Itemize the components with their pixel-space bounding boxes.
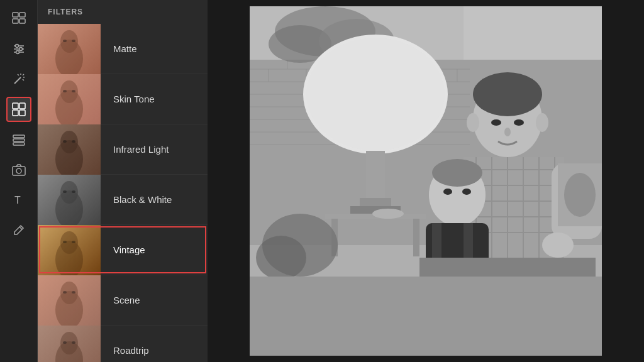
svg-rect-17: [13, 103, 18, 109]
filter-thumb-scene: [38, 275, 101, 326]
svg-point-41: [55, 190, 83, 225]
magic-icon[interactable]: [6, 67, 31, 92]
filter-item-matte[interactable]: Matte: [38, 24, 208, 74]
svg-point-35: [72, 90, 75, 92]
svg-rect-24: [13, 167, 25, 175]
filter-thumb-matte: [38, 24, 101, 74]
filter-thumb-skintone: [38, 74, 101, 124]
svg-line-13: [23, 74, 24, 75]
svg-point-29: [55, 40, 83, 74]
svg-point-39: [72, 140, 75, 143]
filter-item-vintage[interactable]: Vintage: [38, 225, 208, 275]
svg-rect-19: [13, 110, 18, 116]
main-content: [208, 0, 644, 362]
svg-point-34: [63, 90, 67, 92]
filter-item-scene[interactable]: Scene: [38, 275, 208, 326]
filter-label-vintage: Vintage: [101, 244, 145, 255]
svg-rect-20: [19, 110, 25, 116]
svg-point-8: [19, 48, 22, 51]
filter-label-roadtrip: Roadtrip: [101, 345, 149, 356]
camera-icon[interactable]: [6, 157, 31, 182]
filter-label-bw: Black & White: [101, 194, 172, 205]
svg-point-7: [15, 45, 18, 48]
svg-point-37: [55, 140, 83, 175]
svg-rect-1: [19, 13, 25, 17]
filter-item-bw[interactable]: Black & White: [38, 175, 208, 225]
filters-header: FILTERS: [38, 0, 208, 24]
filter-label-infrared: Infrared Light: [101, 144, 169, 155]
svg-point-38: [63, 140, 67, 143]
svg-line-15: [23, 79, 24, 80]
svg-point-51: [72, 291, 75, 293]
svg-point-55: [72, 341, 75, 344]
filter-thumb-vintage: [38, 225, 101, 275]
filter-label-scene: Scene: [101, 295, 140, 305]
filter-label-skintone: Skin Tone: [101, 94, 155, 104]
svg-rect-3: [19, 19, 25, 23]
filter-thumb-roadtrip: [38, 326, 101, 363]
svg-point-54: [63, 341, 67, 344]
svg-rect-23: [13, 143, 25, 145]
filter-thumb-bw: [38, 175, 101, 225]
filters-grid-icon[interactable]: [6, 97, 31, 122]
adjustments-icon[interactable]: [6, 36, 31, 62]
svg-line-27: [19, 227, 22, 229]
svg-point-46: [63, 241, 67, 243]
svg-point-30: [63, 40, 67, 42]
svg-rect-21: [13, 135, 25, 138]
svg-line-14: [18, 74, 19, 75]
text-icon[interactable]: T: [6, 187, 31, 212]
filter-thumb-infrared: [38, 124, 101, 175]
svg-rect-0: [13, 13, 18, 17]
svg-rect-18: [19, 103, 25, 109]
brush-icon[interactable]: [6, 217, 31, 243]
gallery-icon[interactable]: [6, 6, 31, 31]
svg-rect-2: [13, 19, 18, 23]
svg-point-49: [55, 291, 83, 326]
svg-rect-125: [250, 6, 602, 356]
filter-item-skintone[interactable]: Skin Tone: [38, 74, 208, 124]
filter-item-roadtrip[interactable]: Roadtrip: [38, 326, 208, 362]
svg-point-31: [72, 40, 75, 42]
photo-container: [214, 6, 638, 356]
svg-point-33: [55, 90, 83, 124]
svg-line-10: [14, 77, 21, 84]
svg-point-25: [16, 168, 21, 173]
toolbar: T: [0, 0, 38, 362]
svg-text:T: T: [14, 195, 21, 206]
svg-point-47: [72, 241, 75, 243]
filter-label-matte: Matte: [101, 43, 137, 54]
svg-point-50: [63, 291, 67, 293]
main-photo: [214, 6, 638, 356]
layers-icon[interactable]: [6, 127, 31, 152]
filter-item-infrared[interactable]: Infrared Light: [38, 124, 208, 175]
svg-point-53: [55, 341, 83, 363]
filters-panel: FILTERS Matte: [38, 0, 208, 362]
svg-point-43: [72, 190, 75, 193]
svg-point-42: [63, 190, 67, 193]
svg-rect-22: [13, 139, 25, 141]
svg-point-45: [55, 241, 83, 275]
svg-point-9: [16, 51, 19, 54]
